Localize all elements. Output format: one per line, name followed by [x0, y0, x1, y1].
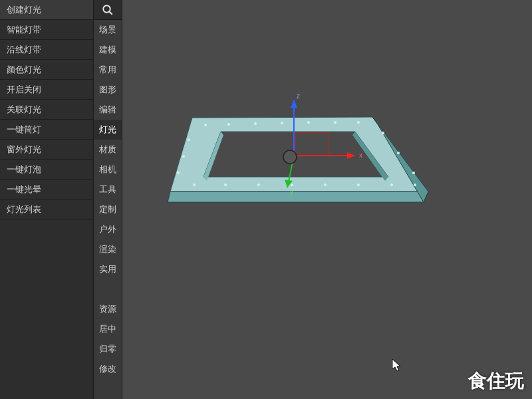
svg-point-30 [283, 150, 297, 164]
axis-z-label: z [297, 92, 300, 100]
category-panel: 场景 建模 常用 图形 编辑 灯光 材质 相机 工具 定制 户外 渲染 实用 资… [93, 0, 122, 399]
cat-outdoor[interactable]: 户外 [94, 219, 122, 239]
svg-point-3 [227, 123, 230, 126]
search-button[interactable] [94, 0, 122, 20]
svg-point-5 [281, 122, 283, 124]
svg-point-20 [382, 132, 384, 134]
tool-item[interactable]: 关联灯光 [0, 100, 93, 120]
cat-common[interactable]: 常用 [94, 60, 122, 80]
cat-light[interactable]: 灯光 [94, 120, 122, 140]
svg-point-7 [334, 121, 336, 124]
svg-point-18 [182, 155, 185, 158]
svg-point-15 [390, 184, 393, 186]
tool-item[interactable]: 颜色灯光 [0, 60, 93, 80]
tool-item[interactable]: 一键筒灯 [0, 120, 93, 140]
search-icon [102, 4, 114, 16]
svg-point-19 [177, 172, 180, 174]
svg-point-22 [412, 172, 415, 174]
svg-line-1 [109, 11, 112, 15]
ceiling-frame-front [168, 192, 428, 202]
axis-x-label: x [359, 152, 362, 159]
cat-tool[interactable]: 工具 [94, 180, 122, 200]
svg-point-12 [291, 184, 293, 186]
svg-point-11 [257, 184, 260, 186]
tool-item[interactable]: 开启关闭 [0, 80, 93, 100]
svg-point-0 [103, 5, 110, 13]
cat-model[interactable]: 建模 [94, 40, 122, 60]
axis-y-label: y [290, 188, 293, 196]
tool-item[interactable]: 沿线灯带 [0, 40, 93, 60]
svg-point-9 [193, 184, 196, 186]
svg-point-4 [254, 122, 257, 125]
cat-gap [94, 279, 122, 299]
cat-center[interactable]: 居中 [94, 319, 122, 339]
svg-point-17 [188, 138, 190, 141]
cat-shape[interactable]: 图形 [94, 80, 122, 100]
svg-point-14 [357, 184, 360, 186]
cat-camera[interactable]: 相机 [94, 160, 122, 180]
cat-material[interactable]: 材质 [94, 140, 122, 160]
tool-item[interactable]: 窗外灯光 [0, 140, 93, 160]
tool-item[interactable]: 一键灯泡 [0, 160, 93, 180]
svg-point-6 [307, 121, 310, 124]
viewport-3d[interactable]: x y z [122, 0, 532, 399]
watermark-text: 食住玩 [468, 368, 524, 394]
svg-point-13 [324, 184, 327, 186]
tool-item[interactable]: 创建灯光 [0, 0, 93, 20]
scene-canvas: x y z [122, 0, 532, 399]
cat-util[interactable]: 实用 [94, 259, 122, 279]
tool-item[interactable]: 灯光列表 [0, 200, 93, 219]
tool-item[interactable]: 一键光晕 [0, 180, 93, 200]
cat-resource[interactable]: 资源 [94, 299, 122, 319]
cat-zero[interactable]: 归零 [94, 339, 122, 359]
tool-item[interactable]: 智能灯带 [0, 20, 93, 40]
svg-point-2 [204, 124, 207, 126]
svg-point-16 [414, 184, 416, 186]
svg-point-8 [357, 121, 360, 124]
svg-point-10 [224, 184, 227, 186]
cat-modify[interactable]: 修改 [94, 359, 122, 379]
tool-list-panel: 创建灯光 智能灯带 沿线灯带 颜色灯光 开启关闭 关联灯光 一键筒灯 窗外灯光 … [0, 0, 93, 399]
svg-point-21 [397, 152, 400, 154]
cat-custom[interactable]: 定制 [94, 200, 122, 219]
svg-marker-29 [291, 100, 297, 108]
cat-render[interactable]: 渲染 [94, 239, 122, 259]
cat-scene[interactable]: 场景 [94, 20, 122, 40]
cat-edit[interactable]: 编辑 [94, 100, 122, 120]
